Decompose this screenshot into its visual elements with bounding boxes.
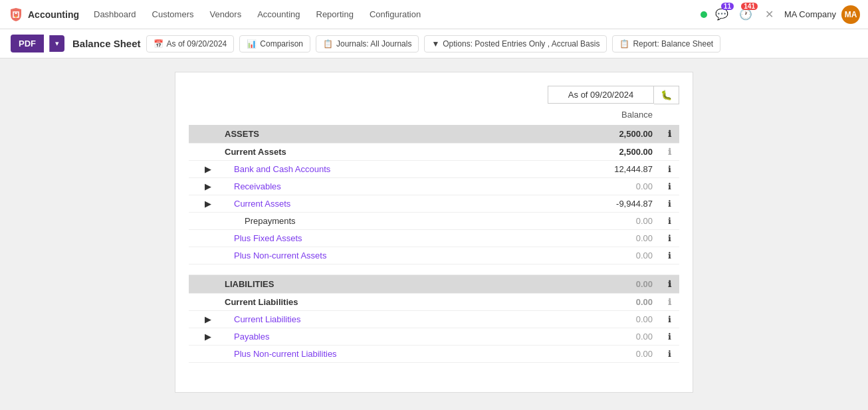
- noncurrent-assets-chevron: [189, 247, 218, 264]
- pdf-dropdown-button[interactable]: ▾: [49, 35, 64, 52]
- liabilities-total: 0.00: [530, 275, 659, 294]
- filter-comparison-label: Comparison: [260, 39, 303, 49]
- filter-report-label: Report: Balance Sheet: [633, 39, 713, 49]
- noncurrent-assets-info[interactable]: ℹ: [659, 247, 679, 264]
- messages-badge: 11: [721, 3, 734, 10]
- content-area: As of 09/20/2024 🐛 Balance ASSETS 2,500.…: [0, 58, 868, 406]
- current-assets-group: Current Assets 2,500.00 ℹ: [189, 144, 679, 161]
- prepayments-label: Prepayments: [218, 213, 530, 230]
- current-liabilities-detail-row: ▶ Current Liabilities 0.00 ℹ: [189, 311, 679, 328]
- page-title: Balance Sheet: [72, 38, 141, 49]
- online-status-indicator: [701, 11, 707, 18]
- prepayments-row: Prepayments 0.00 ℹ: [189, 213, 679, 230]
- current-assets-info[interactable]: ℹ: [659, 144, 679, 161]
- filter-date[interactable]: 📅 As of 09/20/2024: [146, 35, 235, 52]
- payables-chevron[interactable]: ▶: [189, 328, 218, 346]
- bank-cash-chevron[interactable]: ▶: [189, 161, 218, 178]
- bank-cash-amount: 12,444.87: [530, 161, 659, 178]
- filter-journals-label: Journals: All Journals: [336, 39, 411, 49]
- plus-noncurrent-assets-row: Plus Non-current Assets 0.00 ℹ: [189, 247, 679, 264]
- receivables-chevron[interactable]: ▶: [189, 178, 218, 195]
- current-assets-detail-amount: -9,944.87: [530, 195, 659, 213]
- report-header: As of 09/20/2024 🐛: [189, 86, 679, 104]
- liabilities-label: LIABILITIES: [218, 275, 530, 294]
- pdf-button[interactable]: PDF: [11, 35, 44, 52]
- assets-info-icon[interactable]: ℹ: [659, 125, 679, 144]
- nav-dashboard[interactable]: Dashboard: [87, 5, 143, 23]
- receivables-info[interactable]: ℹ: [659, 178, 679, 195]
- plus-noncurrent-liabilities-amount: 0.00: [530, 346, 659, 363]
- fixed-assets-info[interactable]: ℹ: [659, 230, 679, 247]
- current-liabilities-detail-info[interactable]: ℹ: [659, 311, 679, 328]
- nav-configuration[interactable]: Configuration: [363, 5, 427, 23]
- liabilities-expand-icon: [189, 275, 218, 294]
- receivables-amount: 0.00: [530, 178, 659, 195]
- filter-options-label: Options: Posted Entries Only , Accrual B…: [443, 39, 599, 49]
- debug-button[interactable]: 🐛: [654, 86, 679, 104]
- assets-label: ASSETS: [218, 125, 530, 144]
- filter-comparison[interactable]: 📊 Comparison: [239, 35, 310, 52]
- fixed-assets-chevron: [189, 230, 218, 247]
- plus-noncurrent-assets-label[interactable]: Plus Non-current Assets: [218, 247, 530, 264]
- plus-fixed-assets-row: Plus Fixed Assets 0.00 ℹ: [189, 230, 679, 247]
- noncurrent-liabilities-info[interactable]: ℹ: [659, 346, 679, 363]
- payables-amount: 0.00: [530, 328, 659, 346]
- spacer-row-1: [189, 264, 679, 275]
- app-logo[interactable]: Accounting: [8, 7, 79, 23]
- payables-info[interactable]: ℹ: [659, 328, 679, 346]
- assets-expand-icon: [189, 125, 218, 144]
- close-button[interactable]: ✕: [760, 5, 779, 24]
- bank-cash-info[interactable]: ℹ: [659, 161, 679, 178]
- current-assets-amount: 2,500.00: [530, 144, 659, 161]
- calendar-icon: 📅: [154, 39, 163, 49]
- liabilities-info-icon[interactable]: ℹ: [659, 275, 679, 294]
- nav-reporting[interactable]: Reporting: [310, 5, 360, 23]
- receivables-label: Receivables: [218, 178, 530, 195]
- current-liabilities-group-amount: 0.00: [530, 294, 659, 311]
- filter-options[interactable]: ▼ Options: Posted Entries Only , Accrual…: [424, 35, 607, 52]
- current-assets-chevron: [189, 144, 218, 161]
- balance-column-header: Balance: [189, 110, 679, 122]
- chart-icon: 📊: [247, 39, 257, 49]
- nav-accounting[interactable]: Accounting: [251, 5, 306, 23]
- report-icon: 📋: [619, 39, 629, 49]
- activity-badge: 141: [741, 3, 758, 10]
- prepayments-chevron: [189, 213, 218, 230]
- app-brand: Accounting: [28, 9, 79, 20]
- liabilities-section-header: LIABILITIES 0.00 ℹ: [189, 275, 679, 294]
- logo-icon: [8, 7, 24, 23]
- current-liabilities-detail-label: Current Liabilities: [218, 311, 530, 328]
- date-input[interactable]: As of 09/20/2024: [548, 86, 654, 104]
- prepayments-info[interactable]: ℹ: [659, 213, 679, 230]
- user-avatar[interactable]: MA: [841, 5, 860, 24]
- current-liabilities-group-label: Current Liabilities: [218, 294, 530, 311]
- filter-report[interactable]: 📋 Report: Balance Sheet: [612, 35, 720, 52]
- current-liabilities-detail-chevron[interactable]: ▶: [189, 311, 218, 328]
- current-liabilities-group: Current Liabilities 0.00 ℹ: [189, 294, 679, 311]
- plus-fixed-assets-label[interactable]: Plus Fixed Assets: [218, 230, 530, 247]
- assets-table: ASSETS 2,500.00 ℹ Current Assets 2,500.0…: [189, 125, 679, 363]
- nav-customers[interactable]: Customers: [146, 5, 201, 23]
- messages-button[interactable]: 💬 11: [712, 5, 731, 24]
- bank-cash-label: Bank and Cash Accounts: [218, 161, 530, 178]
- activity-button[interactable]: 🕐 141: [736, 5, 755, 24]
- prepayments-amount: 0.00: [530, 213, 659, 230]
- current-assets-detail-chevron[interactable]: ▶: [189, 195, 218, 213]
- current-assets-detail-info[interactable]: ℹ: [659, 195, 679, 213]
- current-liabilities-detail-amount: 0.00: [530, 311, 659, 328]
- report-container: As of 09/20/2024 🐛 Balance ASSETS 2,500.…: [175, 72, 693, 393]
- filter-date-label: As of 09/20/2024: [167, 39, 227, 49]
- nav-right: 💬 11 🕐 141 ✕ MA Company MA: [701, 5, 860, 24]
- plus-noncurrent-liabilities-label[interactable]: Plus Non-current Liabilities: [218, 346, 530, 363]
- filter-icon: ▼: [431, 39, 439, 49]
- noncurrent-liabilities-chevron: [189, 346, 218, 363]
- company-name: MA Company: [784, 9, 836, 19]
- journals-icon: 📋: [323, 39, 333, 49]
- filter-journals[interactable]: 📋 Journals: All Journals: [316, 35, 419, 52]
- nav-vendors[interactable]: Vendors: [203, 5, 248, 23]
- receivables-row: ▶ Receivables 0.00 ℹ: [189, 178, 679, 195]
- toolbar: PDF ▾ Balance Sheet 📅 As of 09/20/2024 📊…: [0, 29, 868, 58]
- current-liabilities-group-info[interactable]: ℹ: [659, 294, 679, 311]
- assets-section-header: ASSETS 2,500.00 ℹ: [189, 125, 679, 144]
- current-liabilities-chevron: [189, 294, 218, 311]
